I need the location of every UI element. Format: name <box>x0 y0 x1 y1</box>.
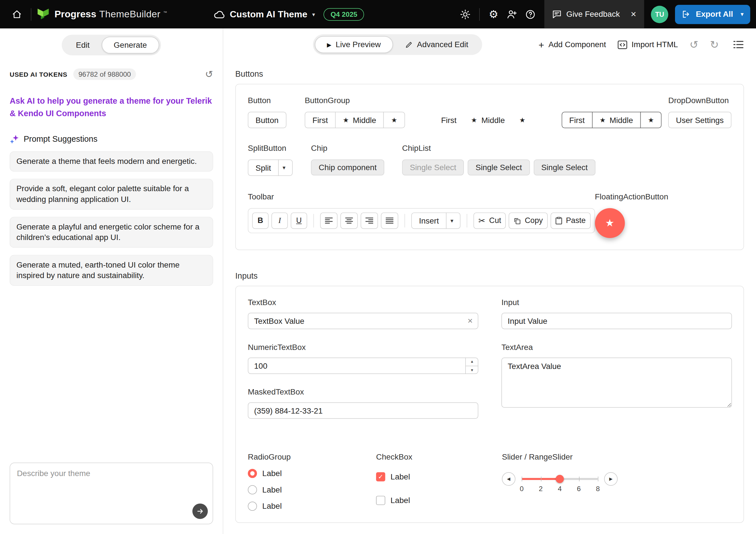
slider-increase-button[interactable]: ▶ <box>604 472 618 486</box>
close-icon[interactable]: ✕ <box>630 10 636 19</box>
reset-tokens-icon[interactable]: ↺ <box>205 68 213 80</box>
invite-user-button[interactable] <box>503 5 521 23</box>
cut-button[interactable]: ✂Cut <box>473 213 506 229</box>
demo-button[interactable]: Button <box>248 112 286 128</box>
settings-button[interactable]: ⚙ <box>484 5 502 23</box>
prompt-suggestion-card[interactable]: Generate a muted, earth-toned UI color t… <box>10 255 213 286</box>
import-html-button[interactable]: Import HTML <box>618 40 678 49</box>
advanced-edit-tab[interactable]: Advanced Edit <box>393 36 480 53</box>
live-preview-tab[interactable]: ▶ Live Preview <box>315 36 393 53</box>
plain-input[interactable] <box>501 313 732 329</box>
cloud-icon <box>213 9 225 19</box>
prompt-suggestions-heading: Prompt Suggestions <box>10 134 213 144</box>
tab-edit[interactable]: Edit <box>64 37 102 53</box>
radiogroup-demo: RadioGroup Label Label Lab <box>248 452 376 511</box>
align-center-button[interactable] <box>340 213 358 229</box>
prompt-suggestions-title: Prompt Suggestions <box>24 134 97 144</box>
italic-button[interactable]: I <box>271 213 288 229</box>
checkbox-checked[interactable]: ✓ <box>376 472 385 481</box>
theme-prompt-input[interactable] <box>10 463 213 524</box>
buttons-row-1: Button Button ButtonGroup First ★Middle … <box>248 96 732 128</box>
radio-option[interactable]: Label <box>248 469 376 478</box>
align-left-button[interactable] <box>320 213 338 229</box>
slider-tick-label: 8 <box>596 485 600 493</box>
checkbox-unchecked[interactable] <box>376 496 385 505</box>
textarea-input[interactable]: TextArea Value <box>501 358 732 408</box>
group-first-button[interactable]: First <box>434 112 464 128</box>
radio-option[interactable]: Label <box>248 502 376 511</box>
radio-unselected[interactable] <box>248 502 257 511</box>
export-icon <box>682 10 691 19</box>
chevron-down-icon[interactable]: ▾ <box>741 11 743 17</box>
brand-logo: ProgressThemeBuilder™ <box>37 8 167 20</box>
chiplist-demo: ChipList Single Select Single Select Sin… <box>402 144 595 176</box>
user-settings-dropdown-button[interactable]: User Settings <box>668 112 731 128</box>
numeric-input[interactable] <box>248 358 478 374</box>
radio-option[interactable]: Label <box>248 485 376 494</box>
split-button[interactable]: Split <box>248 160 279 176</box>
prompt-suggestion-card[interactable]: Generate a theme that feels modern and e… <box>10 151 213 171</box>
changes-list-icon[interactable] <box>733 40 743 49</box>
group-first-button[interactable]: First <box>305 112 336 128</box>
group-star-button[interactable]: ★ <box>383 112 405 128</box>
group-middle-button[interactable]: ★Middle <box>335 112 384 128</box>
group-star-button[interactable]: ★ <box>512 112 533 128</box>
chip-single-select[interactable]: Single Select <box>402 160 464 176</box>
export-all-button[interactable]: Export All ▾ <box>675 5 750 24</box>
copy-button[interactable]: Copy <box>509 213 547 229</box>
clear-icon[interactable]: ✕ <box>467 317 473 325</box>
bold-button[interactable]: B <box>252 213 269 229</box>
give-feedback-button[interactable]: Give Feedback ✕ <box>544 0 644 28</box>
numerictextbox-demo: NumericTextBox ▴ ▾ <box>248 343 478 374</box>
chip-single-select[interactable]: Single Select <box>533 160 595 176</box>
undo-icon[interactable]: ↺ <box>689 39 698 50</box>
checkbox-option[interactable]: Label <box>376 496 502 505</box>
slider-decrease-button[interactable]: ◀ <box>502 472 516 486</box>
theme-mode-button[interactable] <box>456 5 474 23</box>
help-button[interactable] <box>521 5 539 23</box>
theme-selector[interactable]: Custom AI Theme ▾ <box>213 9 315 19</box>
textbox-input[interactable] <box>248 313 478 329</box>
preview-toolbar-actions: + Add Component Import HTML ↺ ↻ <box>539 39 743 50</box>
underline-button[interactable]: U <box>291 213 307 229</box>
split-button-arrow[interactable]: ▾ <box>278 160 293 176</box>
token-usage-value: 96782 of 988000 <box>73 68 136 80</box>
send-prompt-button[interactable] <box>192 504 208 519</box>
home-button[interactable] <box>8 5 26 23</box>
prompt-suggestion-card[interactable]: Generate a playful and energetic color s… <box>10 217 213 247</box>
slider-handle[interactable] <box>555 475 564 483</box>
chip-single-select[interactable]: Single Select <box>468 160 530 176</box>
numerictextbox-label: NumericTextBox <box>248 343 478 352</box>
floating-action-button[interactable]: ★ <box>595 208 625 238</box>
slider-tick-label: 4 <box>558 485 562 493</box>
slider-label: Slider / RangeSlider <box>502 452 732 462</box>
group-middle-button[interactable]: ★Middle <box>592 112 641 128</box>
dropdownbutton-demo: DropDownButton User Settings <box>668 96 731 128</box>
paste-button[interactable]: Paste <box>551 213 591 229</box>
align-right-button[interactable] <box>361 213 378 229</box>
chip[interactable]: Chip component <box>311 160 384 176</box>
slider-track-area[interactable]: 0 2 4 6 8 <box>522 472 598 486</box>
radio-selected[interactable] <box>248 469 257 478</box>
group-first-button[interactable]: First <box>562 112 593 128</box>
align-justify-button[interactable] <box>381 213 398 229</box>
demo-toolbar: B I U Insert <box>248 208 595 233</box>
insert-dropdown-arrow[interactable]: ▾ <box>446 213 461 229</box>
toolbar-separator <box>467 214 468 228</box>
theme-name: Custom AI Theme <box>230 9 308 19</box>
add-component-button[interactable]: + Add Component <box>539 40 606 49</box>
checkbox-option[interactable]: ✓ Label <box>376 472 502 481</box>
redo-icon[interactable]: ↻ <box>710 39 719 50</box>
spinner-down-icon[interactable]: ▾ <box>466 366 478 374</box>
insert-dropdown-button[interactable]: Insert <box>411 213 446 229</box>
preview-mode-toggle: ▶ Live Preview Advanced Edit <box>313 34 482 55</box>
user-avatar[interactable]: TU <box>651 6 668 23</box>
group-middle-button[interactable]: ★Middle <box>464 112 512 128</box>
prompt-suggestion-card[interactable]: Provide a soft, elegant color palette su… <box>10 179 213 209</box>
tab-generate[interactable]: Generate <box>102 37 159 53</box>
group-star-button[interactable]: ★ <box>640 112 662 128</box>
star-icon: ★ <box>648 117 654 124</box>
radio-unselected[interactable] <box>248 485 257 494</box>
spinner-up-icon[interactable]: ▴ <box>466 358 478 366</box>
masked-input[interactable] <box>248 402 478 419</box>
